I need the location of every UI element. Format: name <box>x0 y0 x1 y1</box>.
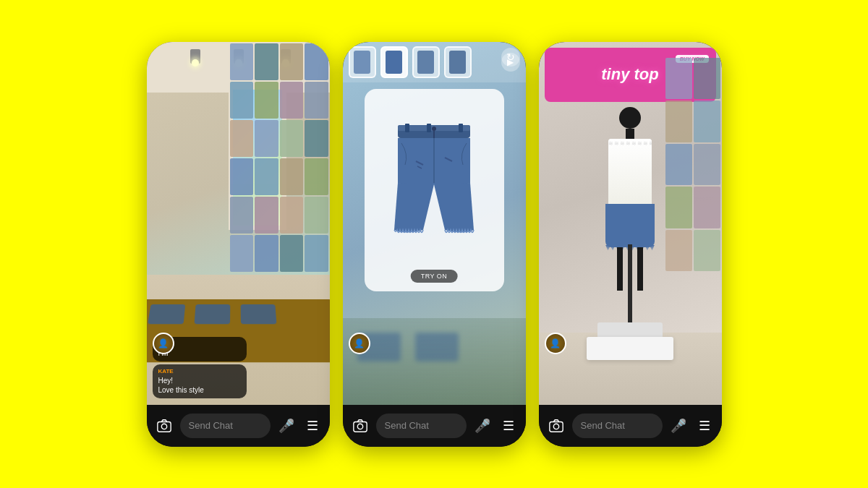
menu-icon-2[interactable]: ☰ <box>498 416 519 436</box>
refresh-icon[interactable]: ↻ <box>501 48 520 67</box>
try-on-button[interactable]: TRY ON <box>411 270 458 283</box>
photo-tile <box>255 120 278 157</box>
camera-icon-2[interactable] <box>350 416 370 436</box>
user-avatar-3: 👤 <box>545 333 566 354</box>
photo-tile <box>280 197 304 234</box>
photo-tile <box>305 120 328 157</box>
send-chat-input-2[interactable]: Send Chat <box>376 414 467 438</box>
phone3-screen: tiny top BUY NOW <box>539 42 722 405</box>
chat-bubble-kate: KATE Hey!Love this style <box>153 364 247 398</box>
product-thumb-3[interactable] <box>412 46 440 78</box>
svg-point-1 <box>161 424 166 429</box>
product-thumb-1[interactable] <box>349 46 376 78</box>
phone-2: ▶ ↻ <box>343 42 526 447</box>
send-chat-placeholder-3: Send Chat <box>581 420 625 431</box>
photo-tile <box>305 82 328 119</box>
send-chat-placeholder-2: Send Chat <box>385 420 429 431</box>
store-light-1 <box>190 49 200 64</box>
svg-rect-4 <box>405 124 409 132</box>
send-chat-input-1[interactable]: Send Chat <box>180 414 271 438</box>
neon-sign-text: tiny top <box>601 67 658 82</box>
chat-kate-label: KATE <box>158 368 241 374</box>
menu-icon-3[interactable]: ☰ <box>694 416 715 436</box>
product-thumb-4[interactable] <box>444 46 472 78</box>
photo-tile <box>230 235 254 272</box>
mannequin-shorts <box>605 204 655 247</box>
svg-point-14 <box>357 424 362 429</box>
send-chat-input-3[interactable]: Send Chat <box>572 414 663 438</box>
mannequin <box>572 107 688 360</box>
blurred-background <box>343 318 526 405</box>
denim-shorts-illustration <box>383 118 485 262</box>
mannequin-leg-left <box>617 247 623 291</box>
send-chat-placeholder-1: Send Chat <box>189 420 233 431</box>
photo-tile <box>305 235 328 272</box>
camera-icon[interactable] <box>154 416 174 436</box>
mannequin-leg-right <box>637 247 643 291</box>
product-thumbnail-bar: ▶ <box>343 42 526 82</box>
lace-top <box>608 139 652 204</box>
photo-tile <box>255 43 278 80</box>
mannequin-pole <box>628 244 632 324</box>
photo-tile <box>255 82 278 119</box>
bottom-bar-2: Send Chat 🎤 ☰ <box>343 405 526 447</box>
photo-tile <box>280 43 304 80</box>
microphone-icon-1[interactable]: 🎤 <box>276 416 297 436</box>
phone-3: tiny top BUY NOW <box>539 42 722 447</box>
product-thumb-2[interactable] <box>380 46 408 78</box>
photo-tile <box>280 235 304 272</box>
bottom-bar-1: Send Chat 🎤 ☰ <box>147 405 330 447</box>
phone-1: ME Hiii KATE Hey!Love this style 👤 Send … <box>147 42 330 447</box>
photo-tile <box>255 158 278 195</box>
photo-tile <box>230 82 254 119</box>
photo-tile <box>255 197 278 234</box>
chat-kate-message: Hey!Love this style <box>158 376 241 395</box>
photo-tile <box>230 197 254 234</box>
product-card: TRY ON <box>365 89 504 291</box>
photo-tile <box>280 158 304 195</box>
bottom-bar-3: Send Chat 🎤 ☰ <box>539 405 722 447</box>
svg-rect-5 <box>427 124 431 132</box>
svg-rect-6 <box>459 124 463 132</box>
phone2-screen: ▶ ↻ <box>343 42 526 405</box>
photo-tile <box>305 197 328 234</box>
svg-point-7 <box>432 127 436 131</box>
mannequin-top <box>608 139 652 204</box>
user-avatar-2: 👤 <box>349 333 370 354</box>
user-avatar: 👤 <box>153 333 174 354</box>
photo-tile <box>230 158 254 195</box>
photo-tile <box>280 82 304 119</box>
microphone-icon-2[interactable]: 🎤 <box>472 416 493 436</box>
photo-tile <box>305 158 328 195</box>
photo-tile <box>230 120 254 157</box>
phone1-screen: ME Hiii KATE Hey!Love this style 👤 <box>147 42 330 405</box>
mannequin-neck <box>626 129 634 139</box>
photo-tile <box>305 43 328 80</box>
svg-point-16 <box>553 424 558 429</box>
photo-tile <box>255 235 278 272</box>
mannequin-head <box>619 107 641 129</box>
mannequin-base-upper <box>597 322 663 338</box>
microphone-icon-3[interactable]: 🎤 <box>668 416 689 436</box>
photo-tile <box>280 120 304 157</box>
mannequin-base-lower <box>587 337 673 360</box>
photo-tile <box>230 43 254 80</box>
menu-icon-1[interactable]: ☰ <box>302 416 323 436</box>
wall-photo-collage <box>229 42 330 273</box>
camera-icon-3[interactable] <box>546 416 566 436</box>
